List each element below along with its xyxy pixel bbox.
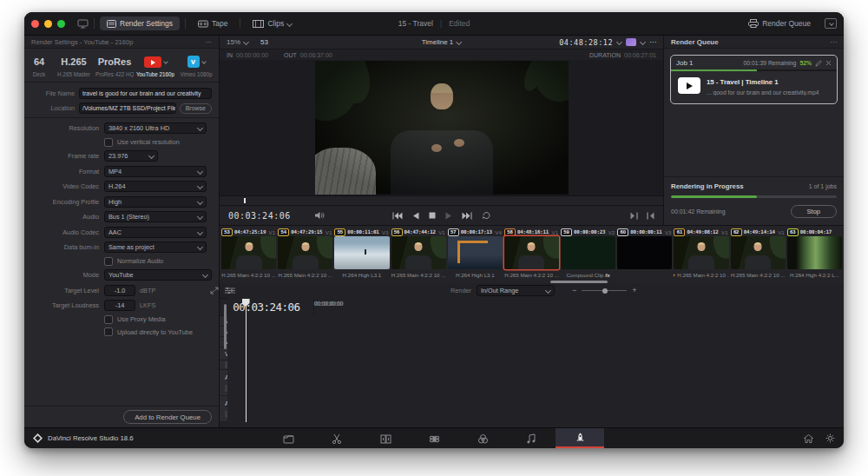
file-name-input[interactable]: travel is good for our brain and our cre…: [79, 88, 212, 99]
clip-strip-item-54[interactable]: 5404:47:29:15V1H.265 Main 4:2:2 10 ...: [278, 228, 332, 283]
vertical-scrollbar[interactable]: [224, 304, 227, 349]
remove-job-icon[interactable]: [825, 60, 832, 66]
checkbox-use-vertical-resolution[interactable]: Use vertical resolution: [104, 138, 180, 147]
solo-button[interactable]: S: [225, 411, 227, 418]
clip-thumbnail[interactable]: [278, 236, 332, 269]
page-tab-fairlight[interactable]: [507, 428, 556, 448]
preset-h-265-master[interactable]: H.265H.265 Master: [55, 54, 93, 77]
viewer-scrubber[interactable]: [220, 195, 663, 205]
clip-thumbnail[interactable]: [674, 236, 728, 269]
tape-button[interactable]: Tape: [191, 17, 234, 30]
select-mode[interactable]: YouTube: [104, 269, 212, 281]
clip-strip-item-57[interactable]: 5700:00:17:13V4H.264 High L3.1: [448, 228, 503, 283]
playhead[interactable]: [246, 301, 247, 422]
input-target-loudness[interactable]: -14: [104, 300, 135, 311]
play-reverse-button[interactable]: [412, 212, 419, 220]
clips-button[interactable]: Clips: [246, 17, 299, 30]
track-header-a6[interactable]: A6Music2.0SM: [220, 396, 227, 422]
timeline-options-icon[interactable]: [225, 287, 235, 294]
clip-strip-item-63[interactable]: 6300:00:04:17H.264 High 4:2:2 L...: [787, 228, 842, 283]
speaker-icon[interactable]: [315, 211, 325, 220]
page-tab-fusion[interactable]: [410, 428, 458, 448]
panel-layout-icon[interactable]: [825, 18, 837, 29]
render-queue-toggle-button[interactable]: Render Queue: [741, 17, 818, 30]
select-audio[interactable]: Bus 1 (Stereo): [104, 211, 207, 222]
clip-strip-item-53[interactable]: 5304:47:25:19V1H.265 Main 4:2:2 10 ...: [221, 228, 276, 283]
clip-strip-item-61[interactable]: 6104:49:08:12V1✦H.265 Main 4:2:2 10 ...: [674, 228, 728, 283]
checkbox-normalize-audio[interactable]: Normalize Audio: [104, 257, 163, 266]
track-header-v1[interactable]: V1: [220, 347, 227, 360]
add-to-render-queue-button[interactable]: Add to Render Queue: [123, 410, 212, 424]
page-tab-media[interactable]: [264, 428, 312, 448]
select-audio-codec[interactable]: AAC: [104, 227, 207, 238]
play-button[interactable]: [445, 212, 452, 220]
presentation-icon[interactable]: [77, 19, 89, 29]
stop-button[interactable]: [429, 212, 436, 219]
preset-youtube-2160p[interactable]: YouTube 2160p: [136, 54, 174, 77]
page-tab-deliver[interactable]: [556, 428, 604, 448]
clip-strip-item-59[interactable]: 5900:00:00:23V2Compound Clipfx: [561, 228, 615, 283]
preset-deck[interactable]: 64Deck: [26, 54, 52, 77]
solo-button[interactable]: S: [225, 361, 227, 368]
panel-options-icon[interactable]: ⋯: [206, 38, 213, 46]
select-resolution[interactable]: 3840 x 2160 Ultra HD: [104, 122, 207, 134]
clip-strip-item-56[interactable]: 5604:47:44:12V1H.265 Main 4:2:2 10 ...: [391, 228, 446, 283]
preset-prores-422-hq[interactable]: ProResProRes 422 HQ: [95, 54, 134, 77]
clip-strip-item-58[interactable]: 5804:48:16:11V1H.265 Main 4:2:2 10 ...: [504, 228, 559, 283]
page-tab-cut[interactable]: [312, 428, 361, 448]
select-format[interactable]: MP4: [104, 166, 207, 177]
preset-t[interactable]: T: [218, 54, 219, 77]
timeline-select[interactable]: Timeline 1: [422, 38, 454, 46]
minimize-window-button[interactable]: [44, 20, 52, 28]
input-target-level[interactable]: -1.0: [104, 285, 135, 296]
match-frame-icon[interactable]: [630, 212, 639, 220]
close-window-button[interactable]: [31, 20, 39, 28]
expand-timeline-icon[interactable]: [210, 287, 219, 294]
clip-thumbnail[interactable]: [334, 236, 389, 269]
checkbox-use-proxy-media[interactable]: Use Proxy Media: [104, 315, 166, 324]
location-input[interactable]: /Volumes/MZ 2TB SSD/Project Files/15 - T…: [79, 102, 176, 114]
clip-thumbnail[interactable]: [787, 236, 842, 269]
clip-thumbnail[interactable]: [731, 236, 786, 269]
clip-thumbnail[interactable]: [504, 236, 559, 269]
skip-end-button[interactable]: [462, 212, 472, 220]
skip-start-button[interactable]: [392, 212, 403, 220]
select-encoding-profile[interactable]: High: [104, 196, 207, 208]
clip-thumbnail[interactable]: [391, 236, 446, 269]
clip-strip-item-55[interactable]: 5500:00:11:01V3H.264 High L3.1: [334, 228, 389, 283]
select-video-codec[interactable]: H.264: [104, 181, 207, 192]
select-data-burn-in[interactable]: Same as project: [104, 241, 207, 253]
viewer-zoom-select[interactable]: 15%: [227, 38, 240, 46]
clip-strip-item-60[interactable]: 6000:00:00:11V3: [617, 228, 672, 283]
render-job-card[interactable]: Job 1 00:01:39 Remaining 52% 15 - Travel…: [670, 55, 838, 104]
clip-jump-icon[interactable]: [646, 212, 654, 220]
queue-options-icon[interactable]: ⋯: [830, 38, 837, 46]
edit-job-icon[interactable]: [815, 60, 822, 67]
browse-button[interactable]: Browse: [180, 103, 212, 114]
render-settings-button[interactable]: Render Settings: [100, 17, 180, 30]
clip-thumbnail[interactable]: [617, 236, 672, 269]
stop-button[interactable]: Stop: [791, 205, 837, 218]
clip-color-icon[interactable]: [626, 38, 636, 46]
render-range-select[interactable]: In/Out Range: [477, 285, 555, 296]
clip-thumbnail[interactable]: [448, 236, 503, 269]
timeline-ruler[interactable]: 00:00:00:0000:00:40:0000:01:20:0000:02:0…: [313, 299, 314, 315]
select-frame-rate[interactable]: 23.976: [104, 150, 158, 162]
track-header-a5[interactable]: A5Music2.0SM: [220, 370, 227, 396]
loop-icon[interactable]: [482, 211, 491, 220]
clip-thumbnail[interactable]: [561, 236, 615, 269]
zoom-out-button[interactable]: −: [572, 287, 576, 294]
page-tab-edit[interactable]: [361, 428, 410, 448]
solo-button[interactable]: S: [225, 385, 227, 392]
project-manager-icon[interactable]: [804, 434, 813, 443]
preset-vimeo-1080p[interactable]: vVimeo 1080p: [177, 54, 215, 77]
clip-thumbnail[interactable]: [221, 236, 276, 269]
zoom-window-button[interactable]: [57, 20, 65, 28]
page-tab-color[interactable]: [458, 428, 507, 448]
timeline-zoom-slider[interactable]: [582, 290, 627, 291]
checkbox-upload-directly-to-youtube[interactable]: Upload directly to YouTube: [104, 327, 193, 336]
viewer-options-icon[interactable]: ⋯: [649, 38, 656, 46]
clip-strip-item-62[interactable]: 6204:49:14:14V1H.265 Main 4:2:2 10 ...: [731, 228, 786, 283]
strip-scrollbar[interactable]: [550, 281, 608, 283]
project-settings-gear-icon[interactable]: [825, 433, 835, 443]
